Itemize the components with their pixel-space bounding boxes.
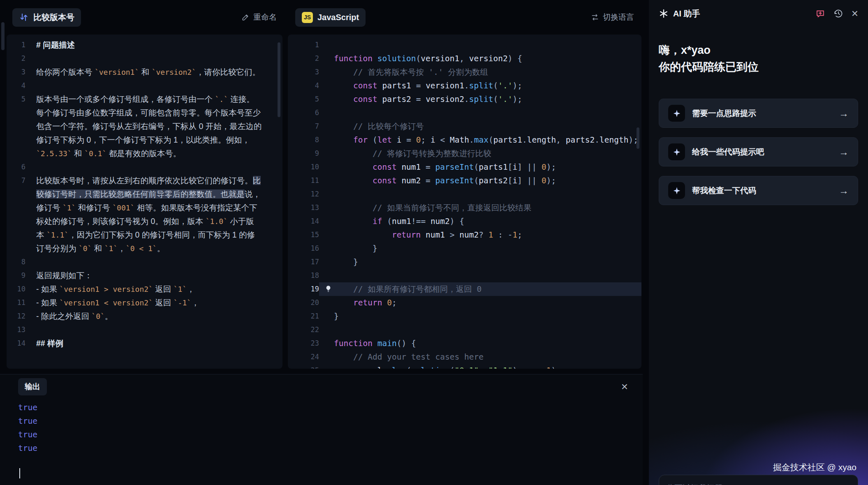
problem-line[interactable]: 6 [7,160,282,174]
problem-line[interactable]: 10- 如果 `version1 > version2` 返回 `1`， [7,282,282,296]
code-editor[interactable]: 12function solution(version1, version2) … [288,35,641,369]
code-line[interactable]: 24 // Add your test cases here [288,350,641,364]
problem-line[interactable]: 5版本号由一个或多个修订号组成，各修订号由一个 `.` 连接。每个修订号由多位数… [7,92,282,160]
problem-line[interactable]: 4 [7,79,282,92]
problem-line[interactable]: 8 [7,255,282,269]
code-line[interactable]: 20 return 0; [288,296,641,309]
code-editor-header: JS JavaScript 切换语言 [288,0,641,35]
output-line: true [18,428,643,441]
lightbulb-icon[interactable] [325,285,332,292]
problem-header: 比较版本号 重命名 [7,0,282,35]
problem-line[interactable]: 2 [7,52,282,65]
code-line-text: const num2 = parseInt(parts2[i] || 0); [319,174,641,187]
line-number: 4 [7,79,36,92]
rename-button[interactable]: 重命名 [241,12,277,23]
code-line[interactable]: 14 if (num1!== num2) { [288,215,641,228]
switch-language-button[interactable]: 切换语言 [591,12,634,23]
code-line[interactable]: 23function main() { [288,337,641,350]
line-number: 19 [288,282,319,296]
code-line[interactable]: 2function solution(version1, version2) { [288,52,641,65]
problem-line-text: - 除此之外返回 `0`。 [36,309,282,323]
line-number: 17 [288,255,319,269]
ai-close-button[interactable]: × [852,8,858,19]
code-line[interactable]: 22 [288,323,641,337]
code-line-text: const parts2 = version2.split('.'); [319,92,641,106]
line-number: 11 [288,174,319,187]
code-line[interactable]: 15 return num1 > num2? 1 : -1; [288,228,641,242]
line-number: 21 [288,309,319,323]
problem-line[interactable]: 14## 样例 [7,337,282,350]
code-line-text: function solution(version1, version2) { [319,52,641,65]
code-line-text: // 将修订号转换为整数进行比较 [319,147,641,160]
problem-scrollbar-thumb[interactable] [278,42,280,117]
code-line[interactable]: 5 const parts2 = version2.split('.'); [288,92,641,106]
code-line[interactable]: 10 const num1 = parseInt(parts1[i] || 0)… [288,160,641,174]
line-number: 3 [7,65,36,79]
code-line[interactable]: 21} [288,309,641,323]
line-number: 12 [7,309,36,323]
swap-icon [591,13,599,21]
problem-editor[interactable]: 1# 问题描述2 3给你两个版本号 `version1` 和 `version2… [7,35,282,369]
code-scrollbar-thumb[interactable] [637,127,639,149]
ai-suggestion-card[interactable]: 给我一些代码提示吧→ [659,137,858,166]
sparkle-icon [668,182,685,199]
problem-line[interactable]: 7比较版本号时，请按从左到右的顺序依次比较它们的修订号。比较修订号时，只需比较忽… [7,174,282,255]
problem-line[interactable]: 1# 问题描述 [7,38,282,52]
code-line[interactable]: 9 // 将修订号转换为整数进行比较 [288,147,641,160]
ai-suggestion-card[interactable]: 帮我检查一下代码→ [659,176,858,205]
ai-chat-input[interactable] [659,475,858,485]
code-line[interactable]: 19 // 如果所有修订号都相同，返回 0 [288,282,641,296]
ai-suggestion-label: 需要一点思路提示 [692,108,756,119]
line-number: 10 [288,160,319,174]
code-line-text: // 如果所有修订号都相同，返回 0 [319,282,641,296]
output-close-button[interactable]: × [621,381,628,393]
window-scrollbar[interactable] [0,0,6,369]
ai-assistant-panel: AI 助手 × 嗨，x*yao 你的代码陪练已到位 需要一点思路提示→给我一些代… [649,0,868,485]
line-number: 13 [288,201,319,215]
arrow-right-icon: → [839,146,849,158]
line-number: 8 [7,255,36,269]
code-line[interactable]: 4 const parts1 = version1.split('.'); [288,79,641,92]
new-chat-icon[interactable] [815,9,825,18]
code-line[interactable]: 8 for (let i = 0; i < Math.max(parts1.le… [288,133,641,147]
line-number: 3 [288,65,319,79]
problem-line[interactable]: 3给你两个版本号 `version1` 和 `version2`，请你比较它们。 [7,65,282,79]
code-line-text: console.log(solution("0.1", "1.1") === -… [319,364,641,369]
code-line[interactable]: 12 [288,187,641,201]
code-line[interactable]: 18 [288,269,641,282]
code-line[interactable]: 7 // 比较每个修订号 [288,120,641,133]
problem-line-text: 返回规则如下： [36,269,282,282]
code-line[interactable]: 11 const num2 = parseInt(parts2[i] || 0)… [288,174,641,187]
window-scrollbar-thumb[interactable] [1,22,5,50]
code-line-text: const parts1 = version1.split('.'); [319,79,641,92]
output-header: 输出 × [0,374,643,399]
code-line-text: return num1 > num2? 1 : -1; [319,228,641,242]
code-line[interactable]: 13 // 如果当前修订号不同，直接返回比较结果 [288,201,641,215]
problem-line[interactable]: 11- 如果 `version1 < version2` 返回 `-1`， [7,296,282,309]
problem-line[interactable]: 9返回规则如下： [7,269,282,282]
output-tab[interactable]: 输出 [18,378,47,395]
ai-suggestion-cards: 需要一点思路提示→给我一些代码提示吧→帮我检查一下代码→ [659,99,858,205]
output-line: true [18,414,643,428]
problem-line[interactable]: 12- 除此之外返回 `0`。 [7,309,282,323]
ai-title: AI 助手 [673,8,700,19]
ai-suggestion-label: 给我一些代码提示吧 [692,146,764,157]
history-icon[interactable] [833,9,843,18]
problem-line-text: - 如果 `version1 < version2` 返回 `-1`， [36,296,282,309]
problem-lines: 1# 问题描述2 3给你两个版本号 `version1` 和 `version2… [7,38,282,350]
code-line[interactable]: 1 [288,38,641,52]
code-line[interactable]: 3 // 首先将版本号按 '.' 分割为数组 [288,65,641,79]
problem-line-text [36,255,282,269]
code-line[interactable]: 25 console.log(solution("0.1", "1.1") ==… [288,364,641,369]
language-chip[interactable]: JS JavaScript [295,8,366,27]
ai-suggestion-card[interactable]: 需要一点思路提示→ [659,99,858,128]
code-line[interactable]: 16 } [288,242,641,255]
line-number: 23 [288,337,319,350]
code-line-text: } [319,255,641,269]
arrow-right-icon: → [839,185,849,196]
problem-title-chip: 比较版本号 [12,8,81,27]
line-number: 9 [288,147,319,160]
code-line[interactable]: 17 } [288,255,641,269]
code-line[interactable]: 6 [288,106,641,120]
problem-line[interactable]: 13 [7,323,282,337]
